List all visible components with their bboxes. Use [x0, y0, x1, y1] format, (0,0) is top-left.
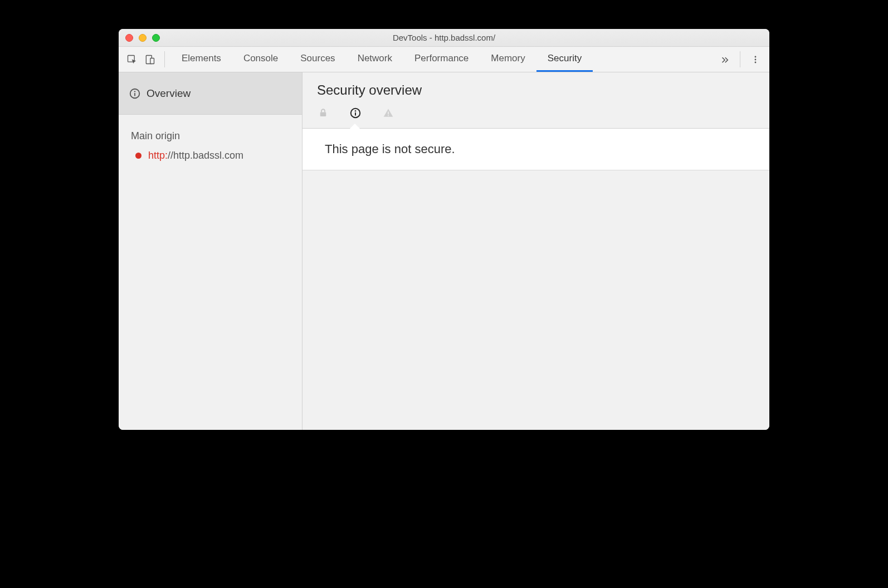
svg-point-4 [755, 58, 757, 60]
devtools-window: DevTools - http.badssl.com/ Elements Con… [119, 29, 769, 430]
close-window-button[interactable] [125, 34, 133, 42]
svg-point-11 [355, 110, 357, 112]
info-icon [349, 107, 362, 119]
svg-point-7 [134, 91, 135, 92]
lock-icon [318, 108, 328, 118]
active-state-caret [350, 124, 360, 129]
more-tabs-icon[interactable] [715, 47, 734, 72]
svg-point-3 [755, 56, 757, 57]
security-state-icons [317, 107, 769, 128]
svg-rect-14 [388, 115, 389, 116]
window-title: DevTools - http.badssl.com/ [393, 33, 495, 42]
inspect-element-icon[interactable] [123, 47, 141, 72]
svg-rect-13 [388, 112, 389, 115]
toolbar-separator [740, 51, 740, 67]
info-icon [129, 87, 141, 100]
sidebar-section-label: Main origin [119, 115, 302, 150]
tab-console[interactable]: Console [232, 47, 289, 72]
titlebar: DevTools - http.badssl.com/ [119, 29, 769, 47]
maximize-window-button[interactable] [152, 34, 160, 42]
svg-rect-2 [150, 58, 154, 63]
devtools-content: Overview Main origin http://http.badssl.… [119, 72, 769, 430]
tab-network[interactable]: Network [347, 47, 403, 72]
origin-scheme: http: [148, 150, 168, 161]
sidebar-item-overview[interactable]: Overview [119, 72, 302, 115]
window-controls [125, 34, 160, 42]
security-notice: This page is not secure. [302, 129, 769, 170]
kebab-menu-icon[interactable] [746, 47, 765, 72]
device-toolbar-icon[interactable] [141, 47, 159, 72]
origin-url: http://http.badssl.com [148, 150, 243, 161]
svg-point-5 [755, 61, 757, 63]
panel-title: Security overview [317, 82, 769, 98]
tab-security[interactable]: Security [536, 47, 593, 72]
security-overview-header: Security overview [302, 72, 769, 129]
sidebar-item-origin[interactable]: http://http.badssl.com [119, 150, 302, 161]
security-main: Security overview [302, 72, 769, 430]
devtools-toolbar: Elements Console Sources Network Perform… [119, 47, 769, 72]
origin-host: //http.badssl.com [168, 150, 243, 161]
warning-icon [383, 107, 394, 119]
panel-tabs: Elements Console Sources Network Perform… [170, 47, 715, 72]
tab-performance[interactable]: Performance [403, 47, 480, 72]
status-dot-icon [135, 153, 142, 159]
tab-elements[interactable]: Elements [170, 47, 232, 72]
tab-sources[interactable]: Sources [289, 47, 346, 72]
minimize-window-button[interactable] [139, 34, 147, 42]
tab-memory[interactable]: Memory [480, 47, 536, 72]
svg-rect-9 [320, 112, 326, 117]
toolbar-separator [164, 51, 165, 67]
security-sidebar: Overview Main origin http://http.badssl.… [119, 72, 302, 430]
overview-label: Overview [147, 87, 191, 100]
